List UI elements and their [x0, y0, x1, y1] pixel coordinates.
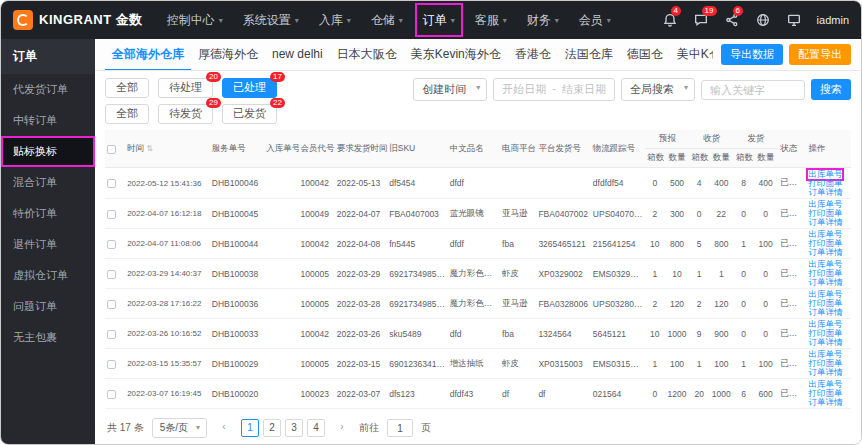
cell-name_cn: 蓝光眼镜 — [448, 199, 500, 229]
sidebar-item-2[interactable]: 贴标换标 — [1, 136, 95, 167]
menu-item-6[interactable]: 财务 — [517, 1, 569, 39]
message-icon[interactable]: 19 — [693, 12, 709, 28]
filter-chip-1-2[interactable]: 已发货22 — [222, 104, 277, 124]
col-header-0[interactable]: 时间 — [125, 130, 210, 168]
cell-platform: df — [500, 379, 536, 409]
sidebar-item-0[interactable]: 代发货订单 — [1, 74, 95, 105]
cell-pre_boxes: 1 — [645, 349, 664, 379]
row-checkbox[interactable] — [107, 330, 116, 339]
tab-3[interactable]: 日本大阪仓 — [330, 39, 404, 70]
menu-item-7[interactable]: 会员 — [569, 1, 621, 39]
globe-icon[interactable] — [755, 12, 771, 28]
page-3[interactable]: 3 — [285, 419, 303, 437]
brand-name: KINGRANT 金数 — [39, 11, 143, 29]
cell-pre_boxes: 1 — [645, 259, 664, 289]
cell-inbound_no — [264, 319, 298, 349]
row-checkbox[interactable] — [107, 390, 116, 399]
time-field-select[interactable]: 创建时间 — [413, 78, 487, 101]
menu-item-label: 系统设置 — [243, 12, 291, 29]
filter-chip-0-2[interactable]: 已处理17 — [222, 78, 277, 98]
sidebar-item-8[interactable]: 无主包裹 — [1, 322, 95, 353]
cell-pre_boxes: 2 — [645, 289, 664, 319]
cell-status: 已处理 — [778, 199, 806, 229]
export-config-button[interactable]: 配置导出 — [789, 44, 851, 65]
monitor-icon[interactable] — [786, 12, 802, 28]
cell-ship_qty: 0 — [753, 259, 778, 289]
tab-5[interactable]: 香港仓 — [508, 39, 558, 70]
op-order-detail[interactable]: 订单详情 — [808, 188, 849, 197]
op-order-detail[interactable]: 订单详情 — [808, 338, 849, 347]
row-checkbox[interactable] — [107, 300, 116, 309]
content-area: 全部海外仓库厚德海外仓new delhi日本大阪仓美东Kevin海外仓香港仓法国… — [95, 39, 861, 444]
sidebar-item-4[interactable]: 特价订单 — [1, 198, 95, 229]
sidebar-item-7[interactable]: 问题订单 — [1, 291, 95, 322]
op-order-detail[interactable]: 订单详情 — [808, 278, 849, 287]
cell-member: 100005 — [299, 349, 335, 379]
row-checkbox[interactable] — [107, 210, 116, 219]
cell-platform: 虾皮 — [500, 259, 536, 289]
row-checkbox[interactable] — [107, 240, 116, 249]
sidebar-item-5[interactable]: 退件订单 — [1, 229, 95, 260]
filter-chip-label: 已发货 — [233, 107, 266, 119]
menu-item-3[interactable]: 仓储 — [361, 1, 413, 39]
cell-time: 2022-03-26 10:16:52 — [125, 319, 210, 349]
op-order-detail[interactable]: 订单详情 — [808, 398, 849, 407]
row-checkbox[interactable] — [107, 270, 116, 279]
tab-0[interactable]: 全部海外仓库 — [105, 39, 191, 70]
date-range-picker[interactable]: 开始日期 - 结束日期 — [493, 78, 615, 101]
bell-icon[interactable]: 4 — [662, 12, 678, 28]
op-order-detail[interactable]: 订单详情 — [808, 218, 849, 227]
page-2[interactable]: 2 — [263, 419, 281, 437]
op-order-detail[interactable]: 订单详情 — [808, 248, 849, 257]
menu-item-5[interactable]: 客服 — [465, 1, 517, 39]
cell-recv_boxes: 2 — [690, 289, 709, 319]
filter-chip-0-1[interactable]: 待处理20 — [158, 78, 213, 98]
select-all-checkbox[interactable] — [107, 145, 116, 154]
prev-page-button[interactable]: ‹ — [215, 419, 233, 437]
page-size-select[interactable]: 5条/页 — [152, 418, 207, 438]
cell-ship_date: 2022-03-15 — [335, 349, 387, 379]
menu-item-2[interactable]: 入库 — [309, 1, 361, 39]
menu-item-0[interactable]: 控制中心 — [157, 1, 233, 39]
cell-platform_ship_no: df — [536, 379, 590, 409]
search-scope-select[interactable]: 全局搜索 — [621, 78, 695, 101]
cell-ship_qty: 400 — [753, 168, 778, 199]
tab-4[interactable]: 美东Kevin海外仓 — [404, 39, 508, 70]
tab-2[interactable]: new delhi — [265, 39, 330, 70]
tab-8[interactable]: 美中K仓 — [670, 39, 713, 70]
op-order-detail[interactable]: 订单详情 — [808, 308, 849, 317]
cell-pre_boxes: 0 — [645, 168, 664, 199]
cell-recv_qty: 400 — [709, 168, 734, 199]
keyword-input[interactable] — [701, 80, 805, 100]
tab-7[interactable]: 德国仓 — [620, 39, 670, 70]
export-data-button[interactable]: 导出数据 — [721, 44, 783, 65]
filter-chip-1-0[interactable]: 全部 — [105, 104, 149, 124]
next-page-button[interactable]: › — [333, 419, 351, 437]
share-icon[interactable]: 6 — [724, 12, 740, 28]
sidebar-item-3[interactable]: 混合订单 — [1, 167, 95, 198]
tab-1[interactable]: 厚德海外仓 — [191, 39, 265, 70]
filter-chip-rows: 全部待处理20已处理17 全部待发货29已发货22 — [105, 78, 277, 124]
page-jump-input[interactable] — [387, 419, 413, 437]
cell-pre_boxes: 2 — [645, 199, 664, 229]
col-header-3: 会员代号 — [299, 130, 335, 168]
tab-6[interactable]: 法国仓库 — [558, 39, 620, 70]
page-4[interactable]: 4 — [307, 419, 325, 437]
menu-item-4[interactable]: 订单 — [413, 1, 465, 39]
page-1[interactable]: 1 — [241, 419, 259, 437]
menu-item-1[interactable]: 系统设置 — [233, 1, 309, 39]
row-checkbox[interactable] — [107, 360, 116, 369]
cell-service_no: DHB100038 — [210, 259, 264, 289]
cell-status: 已处理 — [778, 168, 806, 199]
sidebar-item-1[interactable]: 中转订单 — [1, 105, 95, 136]
op-order-detail[interactable]: 订单详情 — [808, 368, 849, 377]
search-button[interactable]: 搜索 — [811, 79, 851, 100]
cell-pre_qty: 800 — [664, 229, 689, 259]
sidebar-item-6[interactable]: 虚拟仓订单 — [1, 260, 95, 291]
row-checkbox[interactable] — [107, 179, 116, 188]
filter-chip-1-1[interactable]: 待发货29 — [158, 104, 213, 124]
filter-chip-0-0[interactable]: 全部 — [105, 78, 149, 98]
cell-time: 2022-03-28 17:16:22 — [125, 289, 210, 319]
cell-tracking_no: 215641254 — [591, 229, 645, 259]
filter-row-1: 全部待处理20已处理17 — [105, 78, 277, 98]
